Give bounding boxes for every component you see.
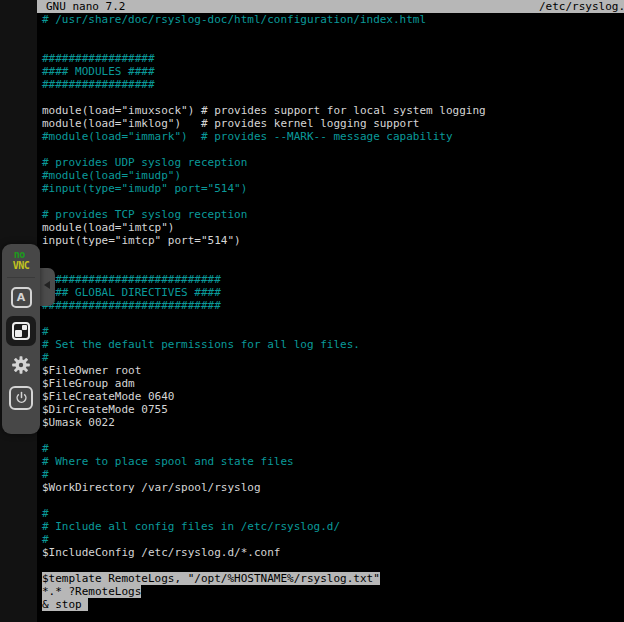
editor-line: # bbox=[37, 468, 624, 481]
editor-line: $FileCreateMode 0640 bbox=[37, 390, 624, 403]
settings-button[interactable] bbox=[9, 353, 33, 377]
editor-line: # bbox=[37, 325, 624, 338]
editor-line: module(load="imtcp") bbox=[37, 221, 624, 234]
editor-line: # provides TCP syslog reception bbox=[37, 208, 624, 221]
nano-filename-label: /etc/rsyslog. bbox=[539, 0, 624, 13]
editor-line: module(load="imuxsock") # provides suppo… bbox=[37, 104, 624, 117]
editor-line: #module(load="imudp") bbox=[37, 169, 624, 182]
power-button[interactable] bbox=[8, 385, 34, 411]
editor-line bbox=[37, 559, 624, 572]
editor-line: #### MODULES #### bbox=[37, 65, 624, 78]
editor-line bbox=[37, 429, 624, 442]
editor-line: & stop bbox=[37, 598, 624, 611]
control-bar-handle[interactable] bbox=[40, 268, 55, 306]
editor-line: # bbox=[37, 533, 624, 546]
nano-version-label: GNU nano 7.2 bbox=[46, 0, 125, 13]
editor-line: $Umask 0022 bbox=[37, 416, 624, 429]
editor-line: ################# bbox=[37, 52, 624, 65]
editor-line bbox=[37, 91, 624, 104]
editor-line: *.* ?RemoteLogs bbox=[37, 585, 624, 598]
editor-line bbox=[37, 494, 624, 507]
editor-line bbox=[37, 260, 624, 273]
editor-content[interactable]: # /usr/share/doc/rsyslog-doc/html/config… bbox=[37, 13, 624, 611]
editor-line: $template RemoteLogs, "/opt/%HOSTNAME%/r… bbox=[37, 572, 624, 585]
novnc-logo-top: no bbox=[14, 249, 30, 260]
collapse-arrow-icon bbox=[44, 281, 50, 289]
editor-line: input(type="imtcp" port="514") bbox=[37, 234, 624, 247]
editor-line bbox=[37, 312, 624, 325]
novnc-logo-bottom: VNC bbox=[13, 260, 30, 271]
editor-line: ########################### bbox=[37, 299, 624, 312]
novnc-logo: no VNC bbox=[13, 249, 30, 271]
editor-line: ################# bbox=[37, 78, 624, 91]
editor-line: module(load="imklog") # provides kernel … bbox=[37, 117, 624, 130]
power-button-frame bbox=[9, 386, 33, 410]
editor-line: ########################### bbox=[37, 273, 624, 286]
editor-line: $FileGroup adm bbox=[37, 377, 624, 390]
editor-line: # Where to place spool and state files bbox=[37, 455, 624, 468]
gear-icon bbox=[10, 354, 32, 376]
editor-line bbox=[37, 39, 624, 52]
novnc-control-bar: no VNC A bbox=[2, 244, 40, 434]
nano-titlebar: GNU nano 7.2 /etc/rsyslog. bbox=[37, 0, 624, 13]
panel-divider bbox=[7, 277, 35, 278]
fullscreen-icon bbox=[12, 322, 30, 340]
editor-line bbox=[37, 247, 624, 260]
editor-line: #input(type="imudp" port="514") bbox=[37, 182, 624, 195]
editor-line: #### GLOBAL DIRECTIVES #### bbox=[37, 286, 624, 299]
text-cursor bbox=[82, 598, 89, 611]
editor-line: # bbox=[37, 442, 624, 455]
editor-line: # bbox=[37, 507, 624, 520]
editor-line: $IncludeConfig /etc/rsyslog.d/*.conf bbox=[37, 546, 624, 559]
fullscreen-button[interactable] bbox=[6, 316, 36, 346]
extra-keys-icon: A bbox=[11, 287, 32, 308]
editor-line: # Set the default permissions for all lo… bbox=[37, 338, 624, 351]
editor-line: # bbox=[37, 351, 624, 364]
editor-line bbox=[37, 195, 624, 208]
editor-line: # /usr/share/doc/rsyslog-doc/html/config… bbox=[37, 13, 624, 26]
vnc-screen: GNU nano 7.2 /etc/rsyslog. # /usr/share/… bbox=[0, 0, 624, 622]
editor-line: #module(load="immark") # provides --MARK… bbox=[37, 130, 624, 143]
editor-line: $WorkDirectory /var/spool/rsyslog bbox=[37, 481, 624, 494]
terminal-window[interactable]: GNU nano 7.2 /etc/rsyslog. # /usr/share/… bbox=[37, 0, 624, 622]
editor-line bbox=[37, 26, 624, 39]
extra-keys-button[interactable]: A bbox=[9, 285, 33, 309]
editor-line: $DirCreateMode 0755 bbox=[37, 403, 624, 416]
editor-line: # provides UDP syslog reception bbox=[37, 156, 624, 169]
editor-line: # Include all config files in /etc/rsysl… bbox=[37, 520, 624, 533]
power-icon bbox=[14, 391, 29, 406]
editor-line bbox=[37, 143, 624, 156]
editor-line: $FileOwner root bbox=[37, 364, 624, 377]
